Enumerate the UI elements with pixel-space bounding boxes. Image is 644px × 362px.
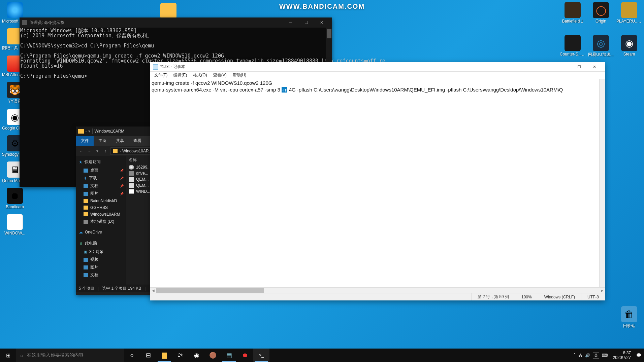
sidebar-onedrive[interactable]: ☁OneDrive xyxy=(76,228,126,236)
nav-forward-button[interactable]: → xyxy=(86,149,92,153)
sidebar-gghhss[interactable]: GGHHSS xyxy=(76,204,126,211)
status-eol: Windows (CRLF) xyxy=(538,293,581,300)
notepad-statusbar: 第 2 行，第 59 列 100% Windows (CRLF) UTF-8 xyxy=(150,293,605,300)
start-button[interactable]: ⊞ xyxy=(0,349,16,362)
sidebar-pictures-pc[interactable]: 图片 xyxy=(76,263,126,271)
cortana-button[interactable]: ○ xyxy=(124,349,140,362)
taskbar: ⊞ ⌕ 在这里输入你要搜索的内容 ○ ⊟ ▇ 🛍 ◉ 🟤 ▤ ⏺ >_ ˄ 🖧 … xyxy=(0,349,644,362)
notepad-title: *1.txt - 记事本 xyxy=(160,64,185,70)
desktop-icon-uu[interactable]: ◎网易UU加速... xyxy=(588,35,614,58)
taskbar-cmd[interactable]: >_ xyxy=(253,349,269,362)
notepad-window: *1.txt - 记事本 ─ ☐ ✕ 文件(F) 编辑(E) 格式(O) 查看(… xyxy=(150,62,605,300)
tray-volume-icon[interactable]: 🔊 xyxy=(585,353,590,358)
folder-icon xyxy=(160,3,176,19)
search-icon: ⌕ xyxy=(20,353,23,358)
explorer-sidebar: ★快速访问 桌面 ⬇下载 文档 图片 BaiduNetdiskD GGHHSS … xyxy=(76,156,126,285)
scrollbar-thumb[interactable] xyxy=(327,29,331,38)
steam-icon: ◉ xyxy=(621,35,637,51)
task-view-button[interactable]: ⊟ xyxy=(140,349,156,362)
notepad-editor[interactable]: qemu-img create -f qcow2 WINDOWS10.qcow2… xyxy=(150,79,605,287)
desktop-icon-bf1[interactable]: Battlefield 1 xyxy=(560,2,585,24)
tab-file[interactable]: 文件 xyxy=(76,136,94,146)
desktop-icons-right-row1: Battlefield 1 ◯Origin PLAYERU... BATTLEG… xyxy=(560,2,642,24)
desktop-icon-steam[interactable]: ◉Steam xyxy=(616,35,642,58)
recycle-bin-icon: 🗑 xyxy=(621,306,637,322)
sidebar-pictures[interactable]: 图片 xyxy=(76,190,126,197)
sidebar-3dobjects[interactable]: ▣3D 对象 xyxy=(76,248,126,256)
sidebar-documents[interactable]: 文档 xyxy=(76,182,126,190)
taskbar-explorer[interactable]: ▇ xyxy=(156,349,172,362)
desktop-icon-bandicam[interactable]: ⏺Bandicam xyxy=(2,188,28,209)
sidebar-drive-d[interactable]: 本地磁盘 (D:) xyxy=(76,218,126,225)
tab-home[interactable]: 主页 xyxy=(94,136,111,146)
nav-up-button[interactable]: ↑ xyxy=(102,149,108,153)
tray-chevron-icon[interactable]: ˄ xyxy=(574,353,576,358)
csgo-icon xyxy=(565,35,581,51)
uu-icon: ◎ xyxy=(593,35,609,51)
notepad-icon xyxy=(153,64,158,70)
taskbar-search[interactable]: ⌕ 在这里输入你要搜索的内容 xyxy=(16,349,124,362)
tray-network-icon[interactable]: 🖧 xyxy=(578,353,582,358)
taskbar-notepad[interactable]: ▤ xyxy=(221,349,237,362)
sidebar-thispc[interactable]: 🖥此电脑 xyxy=(76,239,126,248)
vertical-scrollbar[interactable] xyxy=(599,79,605,287)
maximize-button[interactable]: ☐ xyxy=(571,62,587,72)
desktop-icon-origin[interactable]: ◯Origin xyxy=(588,2,614,24)
minimize-button[interactable]: ─ xyxy=(556,62,571,72)
bandicam-icon: ⏺ xyxy=(7,188,23,204)
scroll-thumb[interactable] xyxy=(156,288,264,293)
menu-view[interactable]: 查看(V) xyxy=(211,72,229,79)
desktop-folder-mid[interactable] xyxy=(156,3,181,19)
scroll-right-button[interactable]: ▶ xyxy=(599,288,605,293)
nav-history-button[interactable]: ▾ xyxy=(94,149,100,153)
sidebar-desktop[interactable]: 桌面 xyxy=(76,167,126,174)
sidebar-downloads[interactable]: ⬇下载 xyxy=(76,174,126,182)
desktop-icon-windows-file[interactable]: WINDOW... xyxy=(2,214,28,236)
bandicam-watermark: WWW.BANDICAM.COM xyxy=(279,3,365,10)
origin-icon: ◯ xyxy=(593,2,609,18)
status-zoom: 100% xyxy=(515,293,538,300)
notepad-titlebar[interactable]: *1.txt - 记事本 ─ ☐ ✕ xyxy=(150,62,605,72)
cmd-titlebar[interactable]: 管理员: 命令提示符 ─ ☐ ✕ xyxy=(20,17,332,28)
desktop-icon-csgo[interactable]: Counter-S... Global Off... xyxy=(560,35,585,58)
tab-share[interactable]: 共享 xyxy=(111,136,129,146)
menu-help[interactable]: 帮助(H) xyxy=(230,72,249,79)
recycle-bin[interactable]: 🗑回收站 xyxy=(616,306,642,329)
action-center-button[interactable]: 💬 xyxy=(636,353,641,358)
file-icon xyxy=(129,177,134,182)
sidebar-windows10arm[interactable]: Windows10ARM xyxy=(76,211,126,218)
taskbar-chrome[interactable]: ◉ xyxy=(189,349,205,362)
sidebar-baidunetdisk[interactable]: BaiduNetdiskD xyxy=(76,197,126,204)
menu-edit[interactable]: 编辑(E) xyxy=(171,72,190,79)
sidebar-videos[interactable]: 视频 xyxy=(76,256,126,263)
ime-keyboard-icon[interactable]: ⌨ xyxy=(602,353,608,358)
close-button[interactable]: ✕ xyxy=(314,17,329,28)
sidebar-quick-access[interactable]: ★快速访问 xyxy=(76,157,126,167)
taskbar-clock[interactable]: 8:37 2020/7/27 xyxy=(610,351,634,360)
ime-language[interactable]: 英 xyxy=(593,352,599,359)
taskbar-store[interactable]: 🛍 xyxy=(172,349,189,362)
taskbar-date: 2020/7/27 xyxy=(613,355,631,360)
desktop-icon-pubg[interactable]: PLAYERU... BATTLEGR... xyxy=(616,2,642,24)
menu-file[interactable]: 文件(F) xyxy=(152,72,170,79)
taskbar-time: 8:37 xyxy=(623,351,631,355)
status-position: 第 2 行，第 59 列 xyxy=(471,293,515,300)
status-selection: 选中 1 个项目 194 KB xyxy=(102,286,141,291)
cmd-icon xyxy=(22,20,27,25)
scroll-left-button[interactable]: ◀ xyxy=(150,288,156,293)
file-icon xyxy=(129,189,134,194)
quick-access-toolbar[interactable]: ▫ ▾ xyxy=(86,129,90,134)
maximize-button[interactable]: ☐ xyxy=(298,17,314,28)
tab-view[interactable]: 查看 xyxy=(129,136,146,146)
sidebar-documents-pc[interactable]: 文档 xyxy=(76,271,126,279)
horizontal-scrollbar[interactable]: ◀ ▶ xyxy=(150,287,605,293)
close-button[interactable]: ✕ xyxy=(587,62,602,72)
taskbar-app1[interactable]: 🟤 xyxy=(205,349,221,362)
cmd-title: 管理员: 命令提示符 xyxy=(30,20,64,26)
nav-back-button[interactable]: ← xyxy=(78,149,84,153)
bf1-icon xyxy=(565,2,581,18)
taskbar-bandicam-record[interactable]: ⏺ xyxy=(237,349,253,362)
menu-format[interactable]: 格式(O) xyxy=(190,72,210,79)
minimize-button[interactable]: ─ xyxy=(283,17,298,28)
scroll-track[interactable] xyxy=(156,288,599,293)
